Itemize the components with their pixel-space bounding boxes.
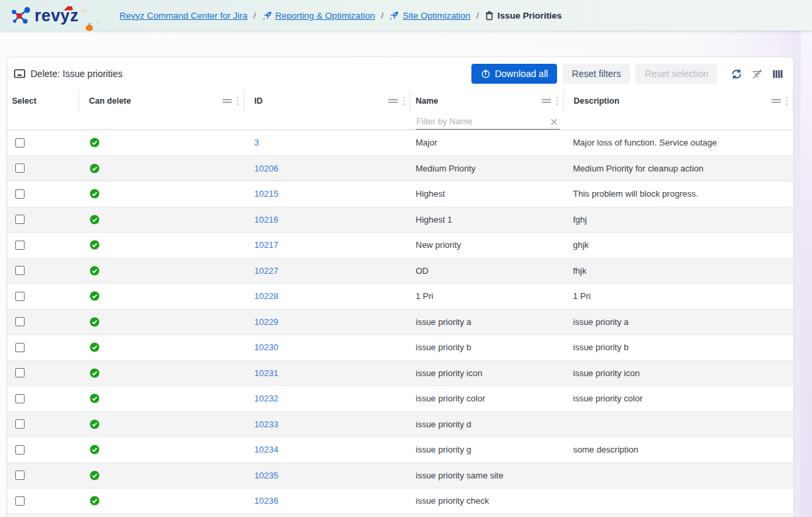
description-cell: issue priority icon — [564, 361, 793, 386]
revyz-logo[interactable]: ✦ ✦ revyz — [11, 5, 110, 26]
id-cell: 10235 — [244, 463, 410, 488]
row-checkbox[interactable] — [15, 445, 25, 455]
description-cell: fhjk — [564, 258, 793, 284]
clear-filter-icon[interactable] — [550, 118, 558, 126]
row-id-link[interactable]: 10235 — [254, 470, 278, 480]
row-description: issue priority color — [573, 393, 643, 403]
id-cell: 10231 — [244, 361, 410, 386]
row-id-link[interactable]: 10217 — [254, 240, 278, 250]
select-cell — [7, 463, 79, 488]
filter-cell-empty — [7, 112, 79, 130]
column-header-can-delete: Can delete — [79, 90, 244, 112]
table-row: 10236 issue priority check — [7, 488, 793, 514]
column-drag-handle-icon[interactable] — [771, 98, 781, 104]
row-checkbox[interactable] — [15, 138, 25, 148]
row-description: Medium Priority for cleanup action — [573, 163, 704, 173]
select-cell — [7, 156, 79, 181]
row-checkbox[interactable] — [15, 343, 25, 352]
filter-cell-empty — [79, 112, 244, 130]
row-checkbox[interactable] — [15, 470, 25, 480]
row-checkbox[interactable] — [15, 496, 25, 506]
can-delete-cell — [79, 156, 244, 181]
can-delete-check-icon — [90, 163, 100, 173]
row-checkbox[interactable] — [15, 368, 25, 377]
breadcrumb-separator: / — [381, 11, 384, 21]
can-delete-check-icon — [90, 138, 100, 148]
filter-cell-name — [410, 112, 564, 130]
row-description: ghjk — [573, 240, 589, 250]
can-delete-cell — [79, 310, 244, 335]
row-description: 1 Pri — [573, 291, 591, 301]
id-cell: 10232 — [244, 386, 410, 411]
can-delete-check-icon — [90, 470, 100, 480]
id-cell: 10234 — [244, 437, 410, 463]
name-filter-input[interactable] — [416, 114, 560, 130]
row-id-link[interactable]: 10230 — [254, 342, 278, 352]
row-checkbox[interactable] — [15, 266, 25, 275]
can-delete-check-icon — [90, 291, 100, 301]
breadcrumb-separator: / — [476, 11, 479, 21]
column-header-id: ID — [244, 90, 410, 112]
column-menu-icon[interactable] — [236, 96, 239, 106]
row-id-link[interactable]: 10227 — [254, 266, 278, 276]
refresh-button[interactable] — [728, 66, 745, 82]
name-cell: Medium Priority — [410, 156, 564, 181]
name-cell: issue priority a — [410, 310, 564, 335]
row-id-link[interactable]: 10206 — [254, 163, 278, 173]
column-menu-icon[interactable] — [556, 96, 558, 106]
row-name: Major — [416, 138, 438, 148]
row-checkbox[interactable] — [15, 215, 25, 224]
select-cell — [7, 386, 79, 411]
column-drag-handle-icon[interactable] — [542, 98, 551, 104]
description-cell: ghjk — [564, 233, 793, 258]
row-id-link[interactable]: 10215 — [254, 189, 278, 199]
row-id-link[interactable]: 10216 — [254, 215, 278, 225]
clear-filters-button[interactable] — [749, 66, 766, 82]
download-all-button[interactable]: Download all — [471, 64, 557, 84]
breadcrumb-link-site-optimization[interactable]: Site Optimization — [402, 11, 470, 21]
reset-filters-button[interactable]: Reset filters — [562, 64, 630, 84]
row-id-link[interactable]: 10232 — [254, 393, 278, 403]
row-name: issue priority d — [416, 419, 471, 429]
row-id-link[interactable]: 10234 — [254, 445, 278, 455]
breadcrumb-link-command-center[interactable]: Revyz Command Center for Jira — [120, 11, 248, 21]
row-checkbox[interactable] — [15, 292, 25, 301]
description-cell: issue priority b — [564, 335, 793, 360]
row-id-link[interactable]: 3 — [254, 138, 259, 148]
table-row: 10230 issue priority b issue priority b — [7, 335, 793, 361]
column-header-name: Name — [410, 90, 564, 112]
row-name: Highest 1 — [416, 215, 452, 225]
table-row: 10229 issue priority a issue priority a — [7, 310, 793, 336]
row-checkbox[interactable] — [15, 241, 25, 250]
row-checkbox[interactable] — [15, 317, 25, 326]
column-label: ID — [254, 96, 263, 106]
row-id-link[interactable]: 10231 — [254, 368, 278, 378]
row-checkbox[interactable] — [15, 163, 25, 173]
filter-cell-empty — [564, 112, 793, 130]
row-name: 1 Pri — [416, 291, 434, 301]
column-menu-icon[interactable] — [785, 96, 788, 106]
row-description: fhjk — [573, 266, 586, 276]
row-name: issue priority same site — [416, 470, 503, 480]
name-cell: Highest — [410, 181, 564, 207]
name-cell: OD — [410, 258, 564, 284]
row-checkbox[interactable] — [15, 394, 25, 403]
table-row: 10234 issue priority g some description — [7, 437, 793, 463]
row-id-link[interactable]: 10228 — [254, 291, 278, 301]
row-id-link[interactable]: 10236 — [254, 496, 278, 506]
column-settings-button[interactable] — [770, 66, 785, 82]
reset-selection-button[interactable]: Reset selection — [635, 64, 718, 84]
column-drag-handle-icon[interactable] — [388, 98, 398, 104]
column-drag-handle-icon[interactable] — [222, 98, 232, 104]
row-checkbox[interactable] — [15, 419, 25, 429]
column-menu-icon[interactable] — [402, 96, 405, 106]
page-title: Delete: Issue priorities — [31, 68, 123, 79]
column-header-select: Select — [7, 90, 79, 112]
name-cell: New priority — [410, 233, 564, 258]
row-id-link[interactable]: 10233 — [254, 419, 278, 429]
next-row-partial — [7, 514, 793, 517]
row-checkbox[interactable] — [15, 189, 25, 199]
breadcrumb-link-reporting-optimization[interactable]: Reporting & Optimization — [276, 11, 375, 21]
description-cell: Medium Priority for cleanup action — [564, 156, 793, 181]
row-id-link[interactable]: 10229 — [254, 317, 278, 327]
